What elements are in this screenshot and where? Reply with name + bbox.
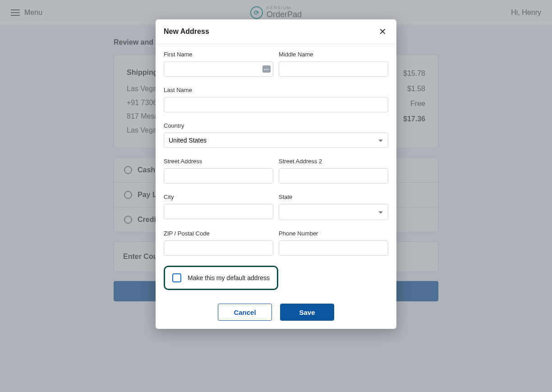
first-name-input[interactable]: [164, 61, 273, 77]
autofill-icon[interactable]: [262, 65, 271, 73]
middle-name-label: Middle Name: [279, 51, 388, 58]
phone-label: Phone Number: [279, 230, 388, 237]
country-select[interactable]: United States: [164, 133, 388, 148]
street2-label: Street Address 2: [279, 158, 388, 165]
new-address-modal: New Address ✕ First Name Middle Name: [156, 19, 396, 329]
middle-name-input[interactable]: [279, 61, 388, 77]
close-icon[interactable]: ✕: [377, 26, 388, 37]
modal-body: First Name Middle Name Last Name: [156, 44, 396, 299]
street2-input[interactable]: [279, 168, 388, 184]
save-button[interactable]: Save: [280, 304, 334, 321]
zip-label: ZIP / Postal Code: [164, 230, 273, 237]
last-name-label: Last Name: [164, 87, 388, 93]
modal-header: New Address ✕: [156, 19, 396, 44]
city-label: City: [164, 194, 273, 200]
modal-overlay: New Address ✕ First Name Middle Name: [0, 0, 552, 392]
cancel-button[interactable]: Cancel: [218, 304, 272, 321]
city-input[interactable]: [164, 204, 273, 219]
default-address-label: Make this my default address: [188, 274, 270, 281]
phone-input[interactable]: [279, 240, 388, 256]
first-name-label: First Name: [164, 51, 273, 58]
modal-footer: Cancel Save: [156, 299, 396, 329]
default-address-toggle[interactable]: Make this my default address: [164, 266, 278, 290]
country-label: Country: [164, 122, 388, 129]
state-label: State: [279, 194, 388, 200]
checkbox-icon: [172, 273, 181, 282]
state-select[interactable]: [279, 204, 388, 220]
street1-label: Street Address: [164, 158, 273, 165]
zip-input[interactable]: [164, 240, 273, 256]
street1-input[interactable]: [164, 168, 273, 184]
modal-title: New Address: [164, 28, 209, 36]
last-name-input[interactable]: [164, 97, 388, 112]
